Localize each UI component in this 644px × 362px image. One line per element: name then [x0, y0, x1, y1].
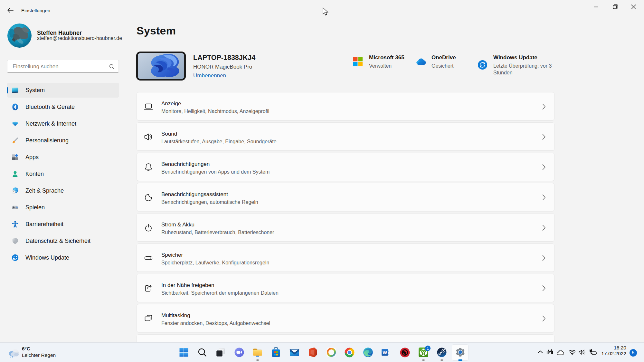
svg-text:W: W: [383, 350, 387, 355]
